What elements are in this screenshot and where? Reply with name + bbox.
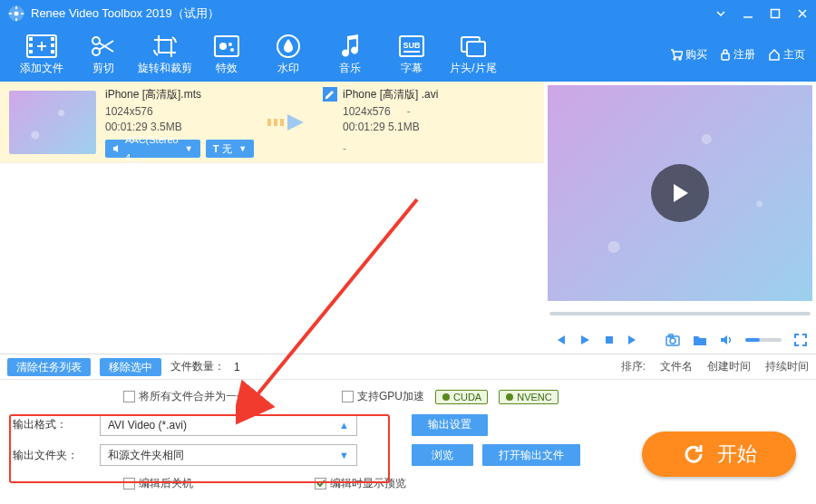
- chevron-up-icon: ▲: [339, 420, 349, 431]
- next-button[interactable]: [627, 334, 640, 346]
- music-button[interactable]: 音乐: [319, 34, 381, 76]
- open-output-folder-button[interactable]: 打开输出文件: [482, 444, 580, 466]
- output-settings-button[interactable]: 输出设置: [412, 414, 488, 436]
- output-resolution: 1024x576: [343, 105, 391, 118]
- start-button[interactable]: 开始: [642, 431, 796, 477]
- source-filename: iPhone [高清版].mts: [105, 87, 250, 102]
- volume-slider[interactable]: [745, 338, 782, 342]
- cut-button[interactable]: 剪切: [73, 34, 134, 76]
- task-list: iPhone [高清版].mts 1024x576 00:01:29 3.5MB…: [0, 82, 544, 354]
- output-folder-label: 输出文件夹：: [13, 448, 91, 463]
- output-extra-dash: -: [343, 140, 438, 158]
- fullscreen-button[interactable]: [794, 334, 807, 346]
- output-format-combo[interactable]: AVI Video (*.avi)▲: [100, 414, 357, 436]
- play-overlay-button[interactable]: [651, 164, 709, 222]
- scissors-icon: [90, 34, 117, 59]
- film-add-icon: [26, 34, 57, 59]
- watermark-button[interactable]: 水印: [257, 34, 319, 76]
- minimize-button[interactable]: [742, 7, 754, 20]
- app-logo-icon: [7, 5, 25, 23]
- music-icon: [338, 34, 362, 59]
- prev-button[interactable]: [553, 334, 566, 346]
- audio-codec-dropdown[interactable]: AAC(Stereo 4▼: [105, 140, 200, 158]
- cut-label: 剪切: [92, 61, 114, 76]
- effects-button[interactable]: 特效: [196, 34, 257, 76]
- svg-rect-9: [29, 37, 33, 41]
- effects-label: 特效: [216, 61, 238, 76]
- cart-icon: [670, 48, 683, 61]
- svg-point-1: [15, 12, 19, 16]
- home-icon: [768, 48, 781, 61]
- svg-rect-31: [274, 119, 277, 126]
- svg-point-20: [230, 48, 234, 52]
- maximize-button[interactable]: [769, 7, 782, 20]
- svg-point-28: [679, 58, 681, 60]
- task-row[interactable]: iPhone [高清版].mts 1024x576 00:01:29 3.5MB…: [0, 82, 544, 163]
- close-button[interactable]: [796, 7, 809, 20]
- list-footer: 清除任务列表 移除选中 文件数量： 1 排序: 文件名 创建时间 持续时间: [0, 354, 816, 379]
- clear-tasks-button[interactable]: 清除任务列表: [7, 358, 91, 376]
- source-thumbnail: [9, 91, 96, 154]
- intro-outro-button[interactable]: 片头/片尾: [442, 34, 504, 76]
- output-dash: -: [407, 105, 411, 118]
- text-track-dropdown[interactable]: T 无▼: [206, 140, 255, 158]
- svg-rect-7: [772, 10, 780, 18]
- rotate-crop-button[interactable]: 旋转和裁剪: [134, 34, 196, 76]
- subtitle-label: 字幕: [401, 61, 423, 76]
- sort-by-ctime[interactable]: 创建时间: [707, 359, 751, 374]
- preview-while-edit-checkbox[interactable]: 编辑时显示预览: [315, 476, 406, 491]
- sort-label: 排序:: [621, 359, 646, 374]
- cuda-badge: CUDA: [435, 390, 488, 404]
- remove-selected-button[interactable]: 移除选中: [100, 358, 161, 376]
- volume-button[interactable]: [720, 334, 733, 346]
- convert-arrow-icon: [259, 111, 314, 134]
- player-controls: [544, 326, 816, 354]
- music-label: 音乐: [339, 61, 361, 76]
- subtitle-button[interactable]: SUB 字幕: [381, 34, 442, 76]
- svg-rect-26: [467, 42, 485, 56]
- add-file-label: 添加文件: [20, 61, 63, 76]
- subtitle-icon: SUB: [398, 34, 425, 59]
- gpu-accel-checkbox[interactable]: 支持GPU加速: [342, 389, 424, 404]
- snapshot-button[interactable]: [665, 334, 680, 346]
- rotate-crop-label: 旋转和裁剪: [138, 61, 192, 76]
- lock-icon: [720, 48, 731, 61]
- svg-rect-33: [606, 336, 613, 344]
- intro-icon: [460, 34, 487, 59]
- add-file-button[interactable]: 添加文件: [11, 34, 73, 76]
- browse-button[interactable]: 浏览: [412, 444, 473, 466]
- seek-slider[interactable]: [549, 312, 811, 315]
- shutdown-after-checkbox[interactable]: 编辑后关机: [123, 476, 193, 491]
- titlebar: Renee Video Toolbox 2019（试用）: [0, 0, 816, 27]
- merge-all-checkbox[interactable]: 将所有文件合并为一个: [123, 389, 248, 404]
- nvenc-badge: NVENC: [499, 390, 559, 404]
- source-resolution: 1024x576: [105, 105, 250, 118]
- window-title: Renee Video Toolbox 2019（试用）: [31, 5, 714, 22]
- svg-rect-10: [29, 44, 33, 47]
- seek-bar-row: [544, 301, 816, 326]
- stop-button[interactable]: [604, 334, 615, 345]
- svg-point-37: [442, 393, 450, 401]
- play-button[interactable]: [578, 334, 591, 346]
- svg-rect-32: [280, 119, 284, 126]
- menu-dropdown-icon[interactable]: [714, 7, 727, 20]
- edit-output-icon[interactable]: [323, 87, 337, 102]
- svg-rect-11: [29, 50, 33, 53]
- sort-by-duration[interactable]: 持续时间: [765, 359, 809, 374]
- svg-point-27: [674, 58, 675, 60]
- main-toolbar: 添加文件 剪切 旋转和裁剪 特效 水印 音乐 SUB 字幕 片头/片尾 购买 注…: [0, 27, 816, 82]
- file-count-label: 文件数量：: [170, 359, 225, 374]
- svg-point-18: [219, 43, 227, 50]
- sort-by-name[interactable]: 文件名: [660, 359, 693, 374]
- svg-point-35: [670, 338, 675, 344]
- buy-link[interactable]: 购买: [670, 47, 707, 63]
- svg-point-19: [228, 43, 232, 46]
- refresh-icon: [681, 441, 706, 467]
- video-preview: [548, 85, 812, 301]
- svg-rect-29: [722, 53, 729, 60]
- output-folder-combo[interactable]: 和源文件夹相同▼: [100, 444, 357, 466]
- home-link[interactable]: 主页: [768, 47, 805, 63]
- open-folder-button[interactable]: [693, 334, 707, 346]
- file-count-value: 1: [234, 361, 240, 373]
- register-link[interactable]: 注册: [720, 47, 755, 63]
